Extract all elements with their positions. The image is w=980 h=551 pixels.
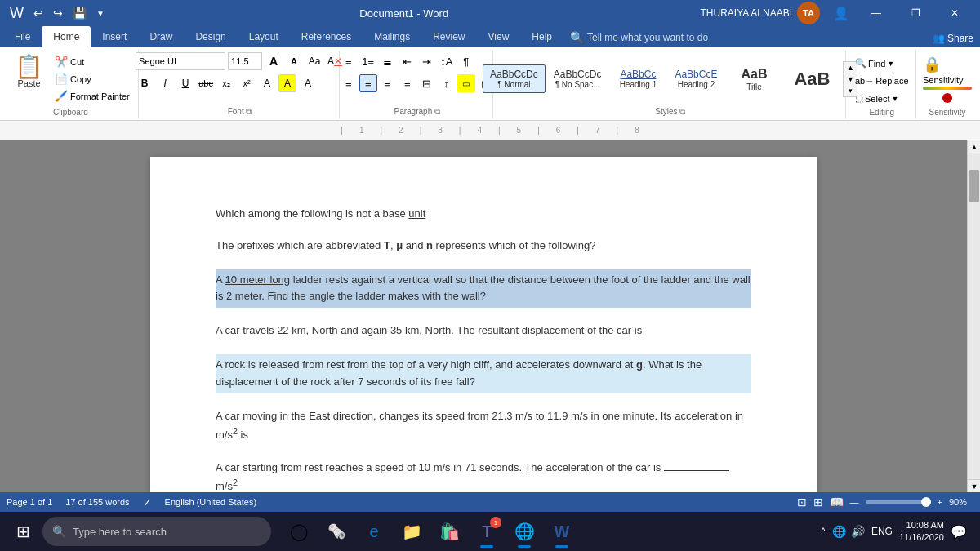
document-page[interactable]: Which among the following is not a base … xyxy=(150,157,817,492)
taskbar-chrome[interactable]: 🌐 xyxy=(506,513,542,549)
layout-read-btn[interactable]: 📖 xyxy=(830,495,844,509)
select-button[interactable]: ⬚ Select ▼ xyxy=(850,91,904,106)
layout-web-btn[interactable]: ⊞ xyxy=(813,495,823,509)
scroll-down-button[interactable]: ▼ xyxy=(968,479,980,492)
underline-button[interactable]: U xyxy=(176,74,194,92)
scroll-track[interactable] xyxy=(968,153,980,479)
format-painter-icon: 🖌️ xyxy=(55,90,68,102)
align-left-button[interactable]: ≡ xyxy=(340,74,358,92)
style-heading1[interactable]: AaBbCc Heading 1 xyxy=(609,64,666,93)
network-icon[interactable]: 🌐 xyxy=(832,525,846,538)
font-color-button[interactable]: A xyxy=(258,74,276,92)
align-center-button[interactable]: ≡ xyxy=(359,74,377,92)
taskbar-news[interactable]: 🗞️ xyxy=(318,513,354,549)
minimize-button[interactable]: — xyxy=(858,0,895,26)
italic-button[interactable]: I xyxy=(156,74,174,92)
tab-design[interactable]: Design xyxy=(184,26,237,47)
tell-me-text[interactable]: Tell me what you want to do xyxy=(587,32,708,43)
tab-draw[interactable]: Draw xyxy=(138,26,184,47)
replace-button[interactable]: ab→ Replace xyxy=(850,73,914,88)
zoom-slider[interactable] xyxy=(866,500,931,504)
highlight-button[interactable]: A xyxy=(278,74,296,92)
language[interactable]: English (United States) xyxy=(165,497,257,507)
cut-button[interactable]: ✂️ Cut xyxy=(51,54,133,69)
clock[interactable]: 10:08 AM 11/16/2020 xyxy=(899,519,944,544)
style-normal[interactable]: AaBbCcDc ¶ Normal xyxy=(483,64,546,93)
change-case-button[interactable]: Aa xyxy=(305,52,323,70)
multilevel-list-button[interactable]: ≣ xyxy=(379,52,397,70)
taskbar-search[interactable]: 🔍 Type here to search xyxy=(42,517,271,546)
layout-normal-btn[interactable]: ⊡ xyxy=(797,495,807,509)
tab-layout[interactable]: Layout xyxy=(238,26,290,47)
taskbar-explorer[interactable]: 📁 xyxy=(394,513,430,549)
select-dropdown-icon[interactable]: ▼ xyxy=(892,95,899,103)
system-tray-expand[interactable]: ^ xyxy=(821,526,826,537)
zoom-out-icon[interactable]: — xyxy=(850,497,859,507)
document-area[interactable]: Which among the following is not a base … xyxy=(0,140,967,492)
sort-button[interactable]: ↕A xyxy=(438,52,456,70)
taskbar-edge[interactable]: e xyxy=(356,513,392,549)
copy-button[interactable]: 📄 Copy xyxy=(51,71,133,87)
zoom-in-icon[interactable]: + xyxy=(938,497,942,507)
numbering-button[interactable]: 1≡ xyxy=(359,52,377,70)
style-no-spacing[interactable]: AaBbCcDc ¶ No Spac... xyxy=(546,64,609,93)
format-painter-button[interactable]: 🖌️ Format Painter xyxy=(51,88,133,104)
bullets-button[interactable]: ≡ xyxy=(340,52,358,70)
strikethrough-button[interactable]: abc xyxy=(197,74,215,92)
style-title[interactable]: AaB Title xyxy=(725,62,782,95)
style-subtitle[interactable]: AaB xyxy=(783,66,840,92)
scroll-thumb[interactable] xyxy=(969,170,979,202)
tab-home[interactable]: Home xyxy=(42,26,91,47)
notification-icon[interactable]: 💬 xyxy=(951,524,967,540)
grow-font-button[interactable]: A xyxy=(265,52,283,70)
zoom-level[interactable]: 90% xyxy=(949,497,973,507)
line-spacing-button[interactable]: ↕ xyxy=(438,74,456,92)
tab-references[interactable]: References xyxy=(290,26,363,47)
underlined-word: unit xyxy=(408,207,425,220)
taskbar-store[interactable]: 🛍️ xyxy=(431,513,467,549)
share-button[interactable]: 👥 Share xyxy=(933,33,973,44)
volume-icon[interactable]: 🔊 xyxy=(851,525,865,538)
subscript-button[interactable]: x₂ xyxy=(217,74,235,92)
dropdown-icon[interactable]: ▼ xyxy=(93,7,108,20)
tab-help[interactable]: Help xyxy=(520,26,564,47)
paste-button[interactable]: 📋 Paste xyxy=(8,52,50,91)
tab-insert[interactable]: Insert xyxy=(91,26,138,47)
find-dropdown-icon[interactable]: ▼ xyxy=(887,60,894,68)
font-name-input[interactable] xyxy=(136,52,225,70)
undo-icon[interactable]: ↩ xyxy=(30,5,47,21)
taskbar-teams[interactable]: T 1 xyxy=(469,513,505,549)
justify-button[interactable]: ≡ xyxy=(399,74,416,92)
show-formatting-button[interactable]: ¶ xyxy=(457,52,475,70)
save-icon[interactable]: 💾 xyxy=(69,5,90,21)
superscript-button[interactable]: x² xyxy=(238,74,256,92)
scroll-up-button[interactable]: ▲ xyxy=(968,140,980,153)
taskbar-cortana[interactable]: ◯ xyxy=(281,513,317,549)
decrease-indent-button[interactable]: ⇤ xyxy=(399,52,416,70)
zoom-thumb[interactable] xyxy=(921,497,931,507)
tab-file[interactable]: File xyxy=(3,26,42,47)
vertical-scrollbar[interactable]: ▲ ▼ xyxy=(967,140,980,492)
tab-review[interactable]: Review xyxy=(421,26,476,47)
shading-button[interactable]: ▭ xyxy=(457,74,475,92)
tab-view[interactable]: View xyxy=(477,26,521,47)
start-button[interactable]: ⊞ xyxy=(7,515,39,548)
align-right-button[interactable]: ≡ xyxy=(379,74,397,92)
tab-mailings[interactable]: Mailings xyxy=(363,26,421,47)
language-indicator[interactable]: ENG xyxy=(871,526,893,537)
sensitivity-btn[interactable]: Sensitivity xyxy=(923,75,964,85)
font-size-input[interactable] xyxy=(228,52,262,70)
shrink-font-button[interactable]: A xyxy=(285,52,303,70)
text-effects-button[interactable]: A xyxy=(299,74,317,92)
redo-icon[interactable]: ↪ xyxy=(50,5,66,21)
style-heading2[interactable]: AaBbCcE Heading 2 xyxy=(667,64,724,93)
increase-indent-button[interactable]: ⇥ xyxy=(418,52,436,70)
taskbar-word[interactable]: W xyxy=(544,513,580,549)
paste-icon: 📋 xyxy=(15,56,43,78)
column-button[interactable]: ⊟ xyxy=(418,74,436,92)
find-button[interactable]: 🔍 Find ▼ xyxy=(850,56,899,71)
close-button[interactable]: ✕ xyxy=(936,0,973,26)
share-icon[interactable]: 👤 xyxy=(833,6,849,21)
bold-button[interactable]: B xyxy=(136,74,154,92)
restore-button[interactable]: ❐ xyxy=(897,0,934,26)
